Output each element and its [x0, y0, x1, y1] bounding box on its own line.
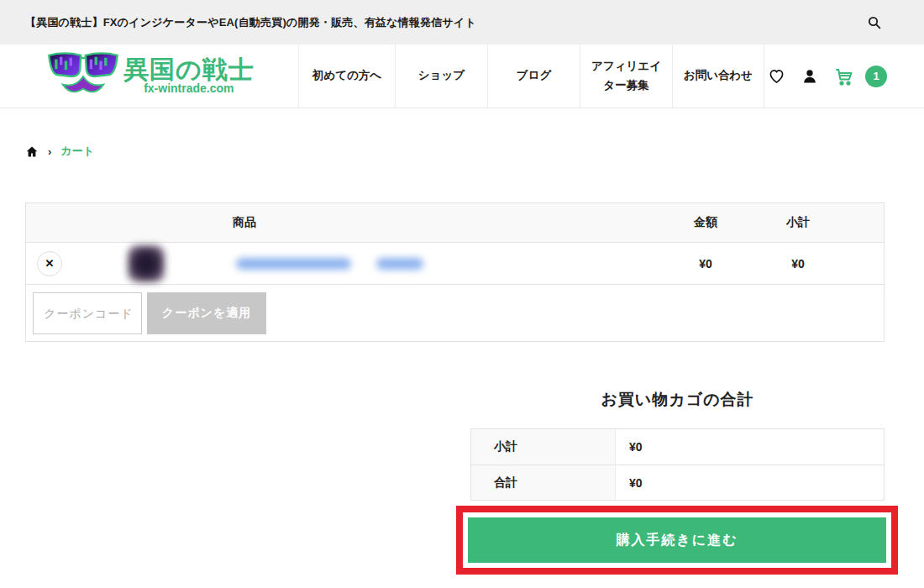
main-nav: 初めての方へ ショップ ブログ アフィリエイター募集 お問い合わせ: [298, 45, 764, 108]
nav-item-blog[interactable]: ブログ: [487, 45, 580, 108]
cart-table-header: 商品 金額 小計: [26, 203, 884, 243]
cart-icon[interactable]: [834, 66, 854, 87]
breadcrumb: › カート: [25, 144, 924, 159]
logo-text: 異国の戦士 fx-wintrade.com: [123, 57, 255, 95]
item-subtotal: ¥0: [752, 257, 844, 270]
apply-coupon-button[interactable]: クーポンを適用: [147, 292, 266, 334]
cart-table: 商品 金額 小計 ✕ ¥0 ¥0 クーポンを適用: [25, 202, 885, 342]
cart-totals: お買い物カゴの合計 小計 ¥0 合計 ¥0: [470, 389, 885, 501]
top-bar: 【異国の戦士】FXのインジケーターやEA(自動売買)の開発・販売、有益な情報発信…: [0, 0, 924, 45]
home-icon[interactable]: [25, 145, 39, 158]
totals-subtotal-label: 小計: [471, 429, 616, 465]
header-price: 金額: [659, 215, 752, 230]
coupon-code-input[interactable]: [33, 292, 142, 334]
breadcrumb-current: カート: [60, 144, 94, 159]
header-subtotal: 小計: [752, 215, 844, 230]
totals-total-value: ¥0: [616, 465, 884, 500]
nav-item-shop[interactable]: ショップ: [395, 45, 487, 108]
product-link-blurred[interactable]: [236, 258, 351, 270]
cart-item-row: ✕ ¥0 ¥0: [26, 243, 884, 285]
product-link-blurred[interactable]: [376, 258, 423, 270]
site-logo[interactable]: 異国の戦士 fx-wintrade.com: [46, 45, 298, 108]
totals-total-label: 合計: [471, 465, 616, 500]
remove-item-button[interactable]: ✕: [37, 251, 62, 276]
cart-totals-heading: お買い物カゴの合計: [470, 389, 885, 411]
logo-sunglasses-icon: [46, 50, 120, 102]
site-tagline: 【異国の戦士】FXのインジケーターやEA(自動売買)の開発・販売、有益な情報発信…: [25, 15, 476, 30]
breadcrumb-separator: ›: [48, 145, 51, 158]
logo-subtitle: fx-wintrade.com: [144, 81, 234, 95]
site-header: 異国の戦士 fx-wintrade.com 初めての方へ ショップ ブログ アフ…: [0, 45, 924, 108]
totals-subtotal-value: ¥0: [616, 429, 884, 465]
cart-count-badge[interactable]: 1: [865, 66, 887, 87]
search-icon[interactable]: [867, 15, 882, 30]
nav-item-contact[interactable]: お問い合わせ: [672, 45, 764, 108]
product-name-blurred: [165, 258, 463, 270]
product-thumbnail-blurred[interactable]: [128, 245, 165, 282]
coupon-row: クーポンを適用: [26, 285, 884, 341]
annotation-highlight-box: 購入手続きに進む: [456, 506, 898, 575]
totals-row-subtotal: 小計 ¥0: [471, 429, 884, 465]
nav-item-affiliate[interactable]: アフィリエイター募集: [580, 45, 672, 108]
proceed-to-checkout-button[interactable]: 購入手続きに進む: [468, 517, 886, 563]
totals-row-total: 合計 ¥0: [471, 465, 884, 500]
logo-title: 異国の戦士: [123, 57, 255, 82]
wishlist-heart-icon[interactable]: [768, 68, 785, 85]
nav-item-first-timers[interactable]: 初めての方へ: [298, 45, 395, 108]
item-price: ¥0: [659, 257, 752, 270]
account-user-icon[interactable]: [801, 68, 818, 85]
cart-totals-table: 小計 ¥0 合計 ¥0: [470, 428, 885, 501]
header-product: 商品: [26, 215, 463, 230]
header-icons: 1: [764, 45, 924, 108]
